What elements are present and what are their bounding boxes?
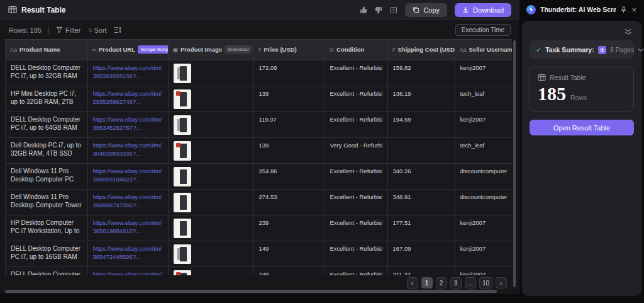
copy-icon	[413, 6, 419, 13]
app-screen: Result Table Copy	[0, 0, 644, 303]
cell-product-image	[168, 215, 253, 241]
product-image-thumbnail[interactable]	[174, 89, 191, 109]
sort-label: Sort	[94, 26, 106, 34]
cell-price: 149	[253, 241, 325, 266]
pin-icon[interactable]	[620, 6, 627, 13]
page-button-10[interactable]: 10	[479, 277, 492, 289]
table-row[interactable]: DELL Desktop Computer PC i7, up to 64GB …	[6, 111, 512, 137]
toolbar-divider	[48, 26, 49, 34]
product-image-thumbnail[interactable]	[174, 141, 191, 161]
cell-product-url[interactable]: https://www.ebay.com/itm/365362026156?..…	[87, 60, 168, 86]
cell-product-image	[168, 241, 253, 266]
product-image-thumbnail[interactable]	[174, 193, 191, 212]
table-row[interactable]: Dell Windows 11 Pro Desktop Computer Tow…	[6, 189, 512, 215]
thumbs-down-button[interactable]	[375, 6, 382, 14]
page-button-2[interactable]: 2	[436, 277, 447, 289]
filter-label: Filter	[65, 26, 80, 34]
cell-shipping: 211.32	[387, 266, 455, 275]
cell-condition: Excellent - Refurbished	[325, 215, 387, 241]
cell-product-name: DELL Desktop Computer PC i7, up to 64GB …	[6, 111, 87, 137]
sort-icon: ↑↓	[87, 26, 91, 33]
cell-product-name: Dell Windows 11 Pro Desktop Computer Tow…	[6, 189, 87, 215]
page-button-3[interactable]: 3	[450, 277, 462, 289]
table-row[interactable]: DELL Desktop Computer PC i7, up to 32GB …	[6, 60, 512, 86]
page-button-1[interactable]: 1	[421, 277, 433, 289]
task-summary-label: Task Summary:	[545, 46, 594, 54]
row-height-button[interactable]	[114, 26, 121, 33]
column-header-seller-username[interactable]: Aa Seller Username	[455, 40, 512, 60]
cell-product-url[interactable]: https://www.ebay.com/itm/286059104623?..…	[87, 163, 168, 189]
table-icon	[8, 6, 17, 14]
column-header-product-name[interactable]: Aa Product Name	[6, 40, 87, 60]
column-header-shipping-cost-usd[interactable]: # Shipping Cost (USD)	[387, 40, 455, 60]
cell-shipping: 136.19	[387, 86, 455, 111]
cell-price: 249	[253, 266, 325, 275]
filter-button[interactable]: Filter	[56, 26, 80, 34]
product-image-thumbnail[interactable]	[174, 270, 191, 276]
task-summary-row[interactable]: ✓ Task Summary: 3 Pages	[530, 40, 634, 59]
feedback-icon[interactable]	[390, 6, 397, 14]
horizontal-scrollbar[interactable]	[5, 290, 497, 293]
table-row[interactable]: DELL Desktop Computer PC i7, up to 16GB …	[6, 241, 512, 266]
thunderbit-sidebar: Thunderbit: AI Web Scraper & Web Aut... …	[521, 0, 642, 303]
cell-product-url[interactable]: https://www.ebay.com/itm/293526962748?..…	[87, 86, 168, 111]
cell-product-url[interactable]: https://www.ebay.com/itm/266986747266?..…	[87, 189, 168, 215]
table-row[interactable]: Dell Desktop PC i7, up to 32GB RAM, 4TB …	[6, 137, 512, 163]
cell-shipping	[387, 137, 455, 163]
thumbs-up-button[interactable]	[360, 6, 367, 14]
cell-price: 254.86	[253, 163, 325, 189]
cell-seller: kenji2007	[455, 266, 512, 275]
cell-seller: kenji2007	[455, 111, 512, 137]
sidebar-title: Thunderbit: AI Web Scraper & Web Aut...	[540, 6, 616, 13]
cell-product-url[interactable]: https://www.ebay.com/itm/365345282767?..…	[87, 111, 168, 137]
cell-condition: Excellent - Refurbished	[325, 86, 387, 111]
row-count-unit: Rows	[570, 94, 587, 101]
result-table-card: Result Table 185 Rows	[530, 67, 634, 111]
table-row[interactable]: DELL Desktop Computer PC i7, up to 16GB …	[6, 266, 512, 275]
table-row[interactable]: HP Desktop Computer PC i7 Workstation, U…	[6, 215, 512, 241]
open-result-table-button[interactable]: Open Result Table	[530, 120, 634, 135]
result-card-label: Result Table	[550, 74, 586, 81]
product-image-thumbnail[interactable]	[174, 167, 191, 186]
cell-condition: Excellent - Refurbished	[325, 266, 387, 275]
download-button[interactable]: Download	[455, 3, 511, 17]
cell-product-image	[168, 60, 253, 86]
product-image-thumbnail[interactable]	[174, 115, 191, 135]
table-row[interactable]: Dell Windows 11 Pro Desktop Computer PC …	[6, 163, 512, 189]
page-button-...[interactable]: ...	[465, 277, 476, 289]
download-badge[interactable]: Download	[225, 45, 252, 54]
column-label: Price (USD)	[264, 46, 297, 53]
close-icon[interactable]: ×	[631, 5, 636, 14]
table-header-row: Aa Product Name ∞ Product URL Scrape Sub…	[6, 40, 512, 60]
column-header-condition[interactable]: ⊙ Condition	[325, 40, 387, 60]
collapse-panel-icon[interactable]	[624, 28, 633, 35]
cell-product-url[interactable]: https://www.ebay.com/itm/304029933336?..…	[87, 137, 168, 163]
next-page-button[interactable]: ›	[496, 277, 507, 289]
sort-button[interactable]: ↑↓ Sort	[87, 26, 106, 34]
cell-product-image	[168, 111, 253, 137]
option-icon: ⊙	[330, 47, 335, 53]
row-height-icon	[114, 26, 121, 33]
copy-button-label: Copy	[423, 6, 440, 14]
prev-page-button[interactable]: ‹	[407, 277, 418, 289]
cell-product-url[interactable]: https://www.ebay.com/itm/365472448596?..…	[87, 241, 168, 266]
vertical-scrollbar[interactable]	[513, 40, 516, 287]
column-header-product-url[interactable]: ∞ Product URL Scrape Subpage	[87, 40, 168, 60]
product-image-thumbnail[interactable]	[174, 244, 191, 264]
product-image-thumbnail[interactable]	[174, 64, 191, 83]
table-row[interactable]: HP Mini Desktop PC i7, up to 32GB RAM, 2…	[6, 86, 512, 111]
product-image-thumbnail[interactable]	[174, 219, 191, 238]
copy-button[interactable]: Copy	[405, 3, 447, 17]
table-toolbar: Rows: 185 Filter ↑↓ Sort Execution Time	[0, 20, 519, 40]
download-icon	[462, 6, 469, 13]
column-label: Product URL	[99, 46, 135, 53]
cell-product-url[interactable]: https://www.ebay.com/itm/365619884618?..…	[87, 215, 168, 241]
pages-table-icon	[598, 46, 606, 54]
column-header-product-image[interactable]: ▣ Product Image Download	[168, 40, 253, 60]
column-header-price-usd[interactable]: # Price (USD)	[253, 40, 325, 60]
cell-condition: Excellent - Refurbished	[325, 60, 387, 86]
execution-time-badge[interactable]: Execution Time	[455, 24, 511, 36]
cell-product-url[interactable]: https://www.ebay.com/itm/365786012681?..…	[87, 266, 168, 275]
titlebar-actions: Copy Download	[360, 3, 511, 17]
scrape-subpage-badge[interactable]: Scrape Subpage	[138, 45, 168, 54]
